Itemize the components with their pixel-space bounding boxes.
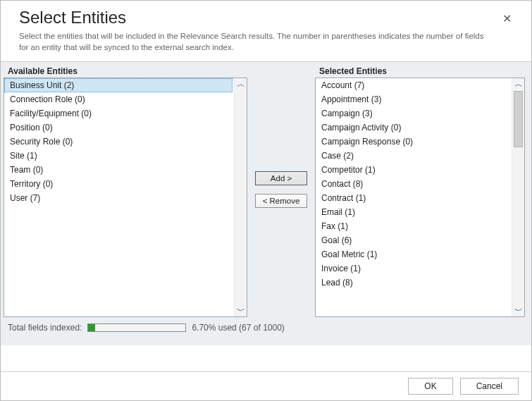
available-scrollbar[interactable]: ︿ ﹀ bbox=[234, 78, 247, 316]
selected-item[interactable]: Case (2) bbox=[316, 149, 510, 163]
dialog-footer: OK Cancel bbox=[1, 371, 531, 400]
progress-fill bbox=[88, 324, 94, 331]
available-pane: Available Entities Business Unit (2)Conn… bbox=[1, 62, 247, 317]
selected-scrollbar[interactable]: ︿ ﹀ bbox=[512, 78, 524, 316]
dialog-title: Select Entities bbox=[19, 8, 513, 27]
available-listbox[interactable]: Business Unit (2)Connection Role (0)Faci… bbox=[4, 78, 247, 317]
status-label: Total fields indexed: bbox=[8, 323, 82, 333]
selected-item[interactable]: Campaign (3) bbox=[316, 106, 510, 121]
dialog-header: Select Entities Select the entities that… bbox=[1, 1, 531, 62]
selected-item[interactable]: Contract (1) bbox=[316, 191, 510, 205]
selected-item[interactable]: Competitor (1) bbox=[316, 163, 510, 177]
selected-heading: Selected Entities bbox=[315, 62, 525, 78]
available-item[interactable]: Security Role (0) bbox=[4, 135, 233, 149]
selected-item[interactable]: Goal (6) bbox=[316, 233, 510, 247]
scroll-down-icon[interactable]: ﹀ bbox=[514, 305, 523, 316]
selected-item[interactable]: Account (7) bbox=[316, 78, 510, 92]
available-item[interactable]: Site (1) bbox=[4, 149, 233, 163]
selected-pane: Selected Entities Account (7)Appointment… bbox=[315, 62, 525, 317]
selected-item[interactable]: Campaign Activity (0) bbox=[316, 121, 510, 135]
scroll-up-icon[interactable]: ︿ bbox=[514, 78, 523, 90]
available-item[interactable]: User (7) bbox=[4, 191, 233, 205]
available-heading: Available Entities bbox=[4, 62, 247, 78]
selected-item[interactable]: Lead (8) bbox=[316, 276, 510, 290]
add-button[interactable]: Add > bbox=[255, 171, 307, 185]
status-row: Total fields indexed: 6.70% used (67 of … bbox=[1, 317, 531, 345]
selected-item[interactable]: Goal Metric (1) bbox=[316, 247, 510, 261]
available-item[interactable]: Business Unit (2) bbox=[4, 78, 233, 92]
dialog-subtitle: Select the entities that will be include… bbox=[19, 30, 491, 53]
available-item[interactable]: Territory (0) bbox=[4, 177, 233, 191]
cancel-button[interactable]: Cancel bbox=[460, 378, 519, 395]
scroll-down-icon[interactable]: ﹀ bbox=[237, 305, 245, 316]
selected-listbox[interactable]: Account (7)Appointment (3)Campaign (3)Ca… bbox=[315, 78, 525, 317]
available-item[interactable]: Team (0) bbox=[4, 163, 233, 177]
scroll-thumb[interactable] bbox=[514, 91, 523, 147]
transfer-buttons: Add > < Remove bbox=[247, 62, 315, 317]
selected-item[interactable]: Campaign Response (0) bbox=[316, 135, 510, 149]
selected-item[interactable]: Email (1) bbox=[316, 205, 510, 219]
available-item[interactable]: Position (0) bbox=[4, 121, 233, 135]
progress-bar bbox=[87, 323, 186, 332]
dialog-body: Available Entities Business Unit (2)Conn… bbox=[1, 62, 531, 345]
selected-item[interactable]: Appointment (3) bbox=[316, 92, 510, 106]
ok-button[interactable]: OK bbox=[408, 378, 452, 395]
selected-item[interactable]: Invoice (1) bbox=[316, 261, 510, 276]
available-item[interactable]: Connection Role (0) bbox=[4, 92, 233, 106]
selected-item[interactable]: Fax (1) bbox=[316, 219, 510, 233]
available-item[interactable]: Facility/Equipment (0) bbox=[4, 106, 233, 121]
scroll-up-icon[interactable]: ︿ bbox=[237, 78, 245, 90]
status-text: 6.70% used (67 of 1000) bbox=[192, 323, 284, 333]
close-icon[interactable]: ✕ bbox=[502, 13, 512, 25]
remove-button[interactable]: < Remove bbox=[255, 194, 308, 208]
selected-item[interactable]: Contact (8) bbox=[316, 177, 510, 191]
